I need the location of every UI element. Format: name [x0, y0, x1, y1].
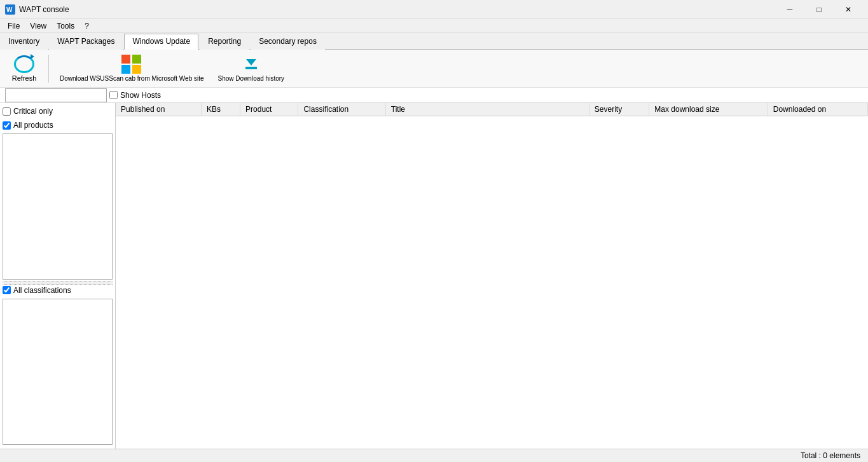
title-bar-controls: ─ □ ✕ — [775, 0, 863, 19]
filter-panel: Critical only All products · · · · · · ·… — [0, 103, 116, 449]
refresh-arrow — [31, 54, 34, 59]
maximize-button[interactable]: □ — [804, 0, 834, 19]
tab-secondary-repos[interactable]: Secondary repos — [251, 34, 325, 50]
all-products-row: All products — [3, 119, 113, 131]
menu-view[interactable]: View — [25, 20, 52, 32]
all-classifications-checkbox[interactable] — [3, 286, 11, 294]
critical-only-checkbox[interactable] — [3, 107, 11, 116]
tab-windows-update[interactable]: Windows Update — [124, 34, 198, 50]
download-bar-shape — [245, 67, 257, 69]
col-title[interactable]: Title — [385, 103, 589, 116]
classifications-list[interactable] — [3, 299, 113, 445]
total-elements-label: Total : 0 elements — [801, 451, 860, 460]
toolbar: Refresh Download WSUSScan cab from Micro… — [0, 50, 868, 88]
products-list[interactable] — [3, 133, 113, 280]
tab-wapt-packages[interactable]: WAPT Packages — [49, 34, 123, 50]
table-container[interactable]: Published on KBs Product Classification … — [116, 103, 868, 449]
show-download-history-label: Show Download history — [218, 75, 285, 82]
download-wsusscan-button[interactable]: Download WSUSScan cab from Microsoft Web… — [54, 52, 210, 85]
all-classifications-row: All classifications — [3, 285, 113, 296]
main-panel: Published on KBs Product Classification … — [116, 103, 868, 449]
svg-text:W: W — [6, 6, 13, 13]
search-input[interactable] — [5, 88, 107, 102]
updates-table: Published on KBs Product Classification … — [116, 103, 868, 116]
col-classification[interactable]: Classification — [298, 103, 385, 116]
status-bar: Total : 0 elements — [0, 449, 868, 462]
col-severity[interactable]: Severity — [589, 103, 649, 116]
col-kbs[interactable]: KBs — [201, 103, 240, 116]
critical-only-row: Critical only — [3, 105, 113, 117]
show-download-history-button[interactable]: Show Download history — [212, 52, 291, 85]
window-title: WAPT console — [19, 5, 69, 14]
close-button[interactable]: ✕ — [834, 0, 863, 19]
col-product[interactable]: Product — [240, 103, 298, 116]
download-wsusscan-label: Download WSUSScan cab from Microsoft Web… — [60, 75, 204, 82]
refresh-button[interactable]: Refresh — [5, 52, 43, 85]
download-history-icon — [241, 55, 261, 74]
title-bar: W WAPT console ─ □ ✕ — [0, 0, 868, 19]
refresh-icon — [14, 55, 34, 73]
toolbar-divider — [48, 55, 49, 83]
menu-tools[interactable]: Tools — [52, 20, 79, 32]
windows-logo-icon — [121, 55, 142, 74]
app-icon: W — [5, 4, 15, 15]
menu-file[interactable]: File — [3, 20, 25, 32]
menu-help[interactable]: ? — [79, 20, 94, 32]
content-area: Critical only All products · · · · · · ·… — [0, 103, 868, 449]
col-published-on[interactable]: Published on — [116, 103, 201, 116]
all-products-checkbox[interactable] — [3, 121, 11, 130]
minimize-button[interactable]: ─ — [775, 0, 804, 19]
all-classifications-label: All classifications — [13, 286, 71, 295]
tab-inventory[interactable]: Inventory — [0, 34, 48, 50]
title-bar-left: W WAPT console — [5, 4, 69, 15]
download-arrow-shape — [246, 59, 256, 65]
all-products-label: All products — [13, 121, 53, 130]
tab-reporting[interactable]: Reporting — [200, 34, 249, 50]
refresh-label: Refresh — [12, 74, 37, 82]
show-hosts-row: Show Hosts — [0, 88, 868, 103]
table-header-row: Published on KBs Product Classification … — [116, 103, 868, 116]
menu-bar: File View Tools ? — [0, 19, 868, 33]
show-hosts-label: Show Hosts — [120, 91, 161, 100]
tab-bar: Inventory WAPT Packages Windows Update R… — [0, 33, 868, 50]
critical-only-label: Critical only — [13, 107, 53, 116]
col-max-download-size[interactable]: Max download size — [649, 103, 768, 116]
col-downloaded-on[interactable]: Downloaded on — [768, 103, 867, 116]
show-hosts-checkbox[interactable] — [109, 91, 118, 99]
